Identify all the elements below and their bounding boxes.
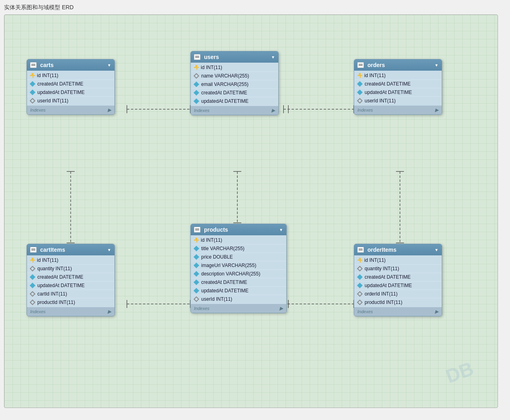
products-field-id-text: id INT(11)	[201, 237, 222, 243]
cartitems-field-id-text: id INT(11)	[37, 257, 58, 263]
table-orders-body: id INT(11) createdAt DATETIME updatedAt …	[354, 71, 442, 106]
orders-dropdown-icon[interactable]: ▼	[435, 63, 439, 67]
products-field-updatedat: updatedAt DATETIME	[191, 287, 286, 295]
orderitems-field-orderid-text: orderId INT(11)	[365, 291, 398, 297]
table-cartitems-body: id INT(11) quantity INT(11) createdAt DA…	[27, 255, 114, 307]
products-field-updatedat-text: updatedAt DATETIME	[201, 288, 249, 294]
orderitems-field-updatedat-text: updatedAt DATETIME	[365, 283, 412, 288]
cartitems-dropdown-icon[interactable]: ▼	[107, 248, 111, 252]
products-field-price-text: price DOUBLE	[201, 254, 233, 260]
carts-field-createdat: createdAt DATETIME	[27, 80, 114, 88]
cartitems-field-updatedat-text: updatedAt DATETIME	[37, 283, 85, 288]
table-carts: carts ▼ id INT(11) createdAt DATETIME up…	[27, 59, 115, 115]
diamond-filled-icon	[357, 283, 363, 288]
key-icon	[30, 258, 35, 263]
diamond-empty-icon	[194, 73, 199, 79]
diamond-filled-icon	[357, 90, 363, 95]
users-field-id: id INT(11)	[191, 63, 278, 72]
diamond-filled-icon	[357, 274, 363, 280]
carts-field-updatedat: updatedAt DATETIME	[27, 88, 114, 97]
products-field-imageurl-text: imageUrl VARCHAR(255)	[201, 263, 256, 268]
carts-footer-arrow: ▶	[108, 107, 111, 113]
table-orderitems-body: id INT(11) quantity INT(11) createdAt DA…	[354, 255, 442, 307]
diagram-container: DB carts ▼ id INT(11) createdAt DATETIME…	[4, 14, 498, 408]
carts-field-id-text: id INT(11)	[37, 73, 58, 78]
cartitems-field-cartid: cartId INT(11)	[27, 290, 114, 298]
table-cartitems-footer[interactable]: Indexes ▶	[27, 307, 114, 316]
diamond-empty-icon	[30, 266, 35, 271]
table-orderitems-title: orderItems	[367, 247, 435, 253]
cartitems-field-id: id INT(11)	[27, 256, 114, 265]
users-field-id-text: id INT(11)	[201, 65, 222, 70]
table-users-footer[interactable]: Indexes ▶	[191, 106, 278, 115]
products-field-userid: userId INT(11)	[191, 295, 286, 303]
table-carts-footer[interactable]: Indexes ▶	[27, 106, 114, 114]
users-dropdown-icon[interactable]: ▼	[271, 55, 275, 59]
products-field-description-text: description VARCHAR(255)	[201, 271, 260, 277]
orderitems-footer-arrow: ▶	[435, 309, 439, 314]
table-products-header: products ▼	[191, 224, 286, 235]
products-field-title-text: title VARCHAR(255)	[201, 246, 245, 251]
diamond-filled-icon	[30, 283, 35, 288]
orders-field-userid: userId INT(11)	[354, 97, 442, 105]
table-orders-footer[interactable]: Indexes ▶	[354, 106, 442, 114]
table-products: products ▼ id INT(11) title VARCHAR(255)…	[190, 224, 287, 313]
diamond-filled-icon	[194, 263, 199, 268]
orderitems-dropdown-icon[interactable]: ▼	[435, 248, 439, 252]
products-field-description: description VARCHAR(255)	[191, 270, 286, 278]
table-orders-title: orders	[367, 62, 435, 68]
table-products-icon	[194, 227, 200, 232]
users-field-createdat-text: createdAt DATETIME	[201, 90, 247, 96]
table-cartitems-header: cartItems ▼	[27, 244, 114, 255]
table-orderitems-footer[interactable]: Indexes ▶	[354, 307, 442, 316]
diamond-filled-icon	[194, 254, 199, 260]
orders-field-id: id INT(11)	[354, 71, 442, 80]
key-icon	[357, 258, 362, 263]
table-orderitems-header: orderItems ▼	[354, 244, 442, 255]
cartitems-field-productid: productId INT(11)	[27, 298, 114, 306]
diamond-empty-icon	[357, 266, 363, 271]
diamond-filled-icon	[30, 274, 35, 280]
cartitems-field-quantity-text: quantity INT(11)	[37, 266, 72, 271]
users-footer-arrow: ▶	[271, 108, 275, 113]
table-products-body: id INT(11) title VARCHAR(255) price DOUB…	[191, 235, 286, 304]
carts-field-createdat-text: createdAt DATETIME	[37, 81, 83, 87]
orderitems-field-quantity-text: quantity INT(11)	[365, 266, 399, 271]
table-cartitems-title: cartItems	[40, 247, 107, 253]
table-carts-icon	[30, 62, 37, 68]
diamond-filled-icon	[194, 279, 199, 285]
key-icon	[194, 238, 199, 243]
carts-field-id: id INT(11)	[27, 71, 114, 80]
table-carts-title: carts	[40, 62, 107, 68]
users-field-updatedat-text: updatedAt DATETIME	[201, 98, 249, 104]
orders-field-userid-text: userId INT(11)	[365, 98, 396, 104]
table-orderitems: orderItems ▼ id INT(11) quantity INT(11)…	[354, 244, 442, 316]
table-users-header: users ▼	[191, 51, 278, 63]
table-products-footer[interactable]: Indexes ▶	[191, 304, 286, 313]
cartitems-footer-arrow: ▶	[108, 309, 111, 314]
orders-field-createdat-text: createdAt DATETIME	[365, 81, 410, 87]
products-field-userid-text: userId INT(11)	[201, 296, 232, 302]
orderitems-field-createdat: createdAt DATETIME	[354, 273, 442, 281]
watermark: DB	[443, 357, 476, 387]
key-icon	[30, 73, 35, 78]
diamond-filled-icon	[30, 81, 35, 87]
products-indexes-label: Indexes	[194, 306, 210, 311]
carts-dropdown-icon[interactable]: ▼	[107, 63, 111, 67]
table-carts-body: id INT(11) createdAt DATETIME updatedAt …	[27, 71, 114, 106]
diamond-empty-icon	[30, 300, 35, 305]
table-users-icon	[194, 54, 200, 60]
table-orders-icon	[357, 62, 364, 68]
diamond-empty-icon	[194, 296, 199, 302]
products-field-imageurl: imageUrl VARCHAR(255)	[191, 261, 286, 270]
diamond-filled-icon	[194, 82, 199, 87]
products-dropdown-icon[interactable]: ▼	[279, 228, 283, 232]
products-footer-arrow: ▶	[279, 306, 283, 311]
diamond-filled-icon	[194, 271, 199, 277]
orderitems-field-updatedat: updatedAt DATETIME	[354, 281, 442, 290]
table-users: users ▼ id INT(11) name VARCHAR(255) ema…	[190, 51, 279, 115]
orderitems-field-productid: productId INT(11)	[354, 298, 442, 306]
cartitems-indexes-label: Indexes	[30, 309, 46, 314]
users-field-email: email VARCHAR(255)	[191, 80, 278, 89]
cartitems-field-updatedat: updatedAt DATETIME	[27, 281, 114, 290]
